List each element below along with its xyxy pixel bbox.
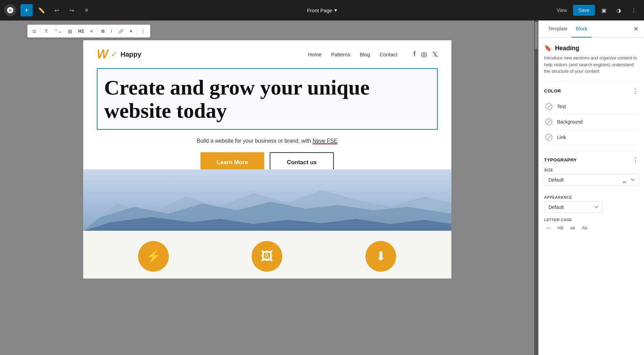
nav-home[interactable]: Home	[308, 52, 321, 57]
nav-contact[interactable]: Contact	[379, 52, 397, 57]
link-button[interactable]: 🔗	[116, 27, 126, 36]
feature-section: ⚡ 🖼 ⬇	[83, 231, 451, 279]
color-link-label: Link	[557, 134, 566, 140]
template-tab[interactable]: Template	[544, 20, 572, 38]
text-color-inner	[545, 103, 552, 110]
panel-body: 🔖 Heading Introduce new sections and org…	[539, 38, 644, 355]
hero-image	[83, 169, 451, 231]
color-options-button[interactable]: ⋮	[632, 87, 639, 95]
more-options-button[interactable]: ⋮	[628, 4, 640, 16]
color-section: Color ⋮	[544, 87, 639, 95]
nav-patterns[interactable]: Patterns	[331, 52, 350, 57]
wp-logo[interactable]	[4, 4, 16, 16]
size-label: SIZE	[544, 168, 639, 172]
twitter-icon[interactable]: 𝕏	[432, 50, 438, 58]
color-link-row: Link	[544, 130, 639, 145]
save-button[interactable]: Save	[573, 5, 595, 16]
panel-heading-header: 🔖 Heading	[544, 44, 639, 52]
site-navigation: Home Patterns Blog Contact f ◎ 𝕏	[308, 50, 437, 58]
right-panel: Template Block ✕ 🔖 Heading Introduce new…	[538, 20, 644, 355]
chevron-down-icon: ▾	[334, 7, 337, 13]
logo-checkmark: ✓	[111, 49, 118, 59]
block-toolbar: ⊡ ⠿ ⌃⌄ ▤ H1 ≡ B I 🔗 ▾ ⋮	[27, 25, 150, 38]
panel-tabs: Template Block ✕	[539, 20, 644, 38]
edit-tool-button[interactable]: ✏️	[35, 4, 48, 16]
view-button[interactable]: View	[553, 5, 570, 15]
toolbar-divider-1	[40, 27, 41, 35]
page-title-button[interactable]: Front Page ▾	[303, 5, 340, 15]
text-align-button[interactable]: ≡	[88, 27, 96, 36]
page-title-text: Front Page	[307, 8, 332, 13]
typography-title-text: Typography	[544, 157, 577, 162]
image-icon: 🖼	[261, 249, 273, 264]
bookmark-icon: 🔖	[544, 44, 552, 52]
letter-case-capitalize-button[interactable]: Ab	[580, 224, 589, 232]
letter-case-none-button[interactable]: —	[544, 224, 553, 232]
color-text-row: Text	[544, 99, 639, 114]
undo-button[interactable]: ↩	[50, 4, 63, 16]
letter-case-upper-button[interactable]: AB	[555, 224, 565, 232]
link-color-circle[interactable]	[544, 132, 554, 142]
bold-button[interactable]: B	[99, 27, 107, 36]
italic-button[interactable]: I	[108, 27, 115, 36]
top-bar: + ✏️ ↩ ↪ ≡ Front Page ▾ View Save ▣ ◑ ⋮	[0, 0, 644, 20]
color-background-row: Background	[544, 114, 639, 130]
block-tab[interactable]: Block	[572, 20, 591, 38]
heading-text[interactable]: Create and grow your unique website toda…	[104, 76, 430, 122]
sub-text: Build a website for your business or bra…	[83, 130, 451, 147]
feature-circle-3: ⬇	[365, 241, 396, 272]
settings-button[interactable]: ◑	[613, 4, 625, 16]
typography-options-button[interactable]: ⋮	[632, 156, 639, 164]
letter-case-row: — AB ab Ab	[544, 224, 639, 232]
drag-button[interactable]: ⠿	[42, 27, 51, 36]
more-rich-text-button[interactable]: ▾	[127, 27, 135, 36]
site-name: Happy	[120, 51, 141, 58]
redo-button[interactable]: ↪	[65, 4, 78, 16]
editor-area: ⊡ ⠿ ⌃⌄ ▤ H1 ≡ B I 🔗 ▾ ⋮ W ✓ Happy	[0, 20, 534, 355]
page-content: W ✓ Happy Home Patterns Blog Contact f ◎…	[83, 40, 451, 279]
text-color-circle[interactable]	[544, 102, 554, 111]
feature-circle-1: ⚡	[138, 241, 169, 272]
feature-circle-2: 🖼	[252, 241, 282, 272]
add-block-button[interactable]: +	[20, 4, 33, 16]
nav-blog[interactable]: Blog	[360, 52, 370, 57]
panel-close-button[interactable]: ✕	[633, 20, 639, 37]
heading-block[interactable]: Create and grow your unique website toda…	[97, 68, 438, 130]
panel-heading-desc: Introduce new sections and organize cont…	[544, 55, 639, 75]
feature-item-2: 🖼	[252, 241, 282, 272]
appearance-select[interactable]: Default Thin Regular Medium Bold Black	[544, 201, 602, 213]
move-up-down-button[interactable]: ⌃⌄	[51, 27, 64, 36]
block-options-button[interactable]: ⋮	[138, 27, 148, 36]
heading-level-button[interactable]: H1	[75, 26, 87, 36]
feature-item-3: ⬇	[365, 241, 396, 272]
site-header: W ✓ Happy Home Patterns Blog Contact f ◎…	[83, 40, 451, 68]
transform-block-button[interactable]: ⊡	[30, 27, 39, 36]
panel-heading-title: Heading	[555, 45, 579, 52]
download-icon: ⬇	[376, 249, 386, 264]
panel-divider-2	[544, 151, 639, 151]
instagram-icon[interactable]: ◎	[421, 50, 427, 58]
neve-link[interactable]: Neve FSE	[313, 138, 338, 144]
letter-case-label: LETTER CASE	[544, 218, 639, 222]
top-bar-center: Front Page ▾	[303, 5, 340, 15]
align-button[interactable]: ▤	[65, 27, 75, 36]
typography-section: Typography ⋮	[544, 156, 639, 164]
layout-toggle-button[interactable]: ▣	[598, 4, 610, 16]
editor-scrollbar[interactable]	[534, 20, 538, 355]
social-icons: f ◎ 𝕏	[414, 50, 438, 58]
background-color-circle[interactable]	[544, 117, 554, 127]
feature-item-1: ⚡	[138, 241, 169, 272]
list-view-button[interactable]: ≡	[80, 4, 93, 16]
color-background-label: Background	[557, 119, 583, 125]
letter-case-lower-button[interactable]: ab	[568, 224, 577, 232]
editor-scroll-thumb[interactable]	[535, 22, 538, 49]
toolbar-divider-3	[136, 27, 137, 35]
color-section-title-text: Color	[544, 88, 561, 94]
appearance-label: APPEARANCE	[544, 195, 639, 199]
battery-icon: ⚡	[146, 249, 161, 264]
facebook-icon[interactable]: f	[414, 50, 416, 58]
toolbar-divider-2	[97, 27, 98, 35]
size-filter-button[interactable]: ⇔	[623, 180, 626, 185]
background-color-inner	[545, 118, 552, 125]
top-bar-right: View Save ▣ ◑ ⋮	[553, 4, 640, 16]
